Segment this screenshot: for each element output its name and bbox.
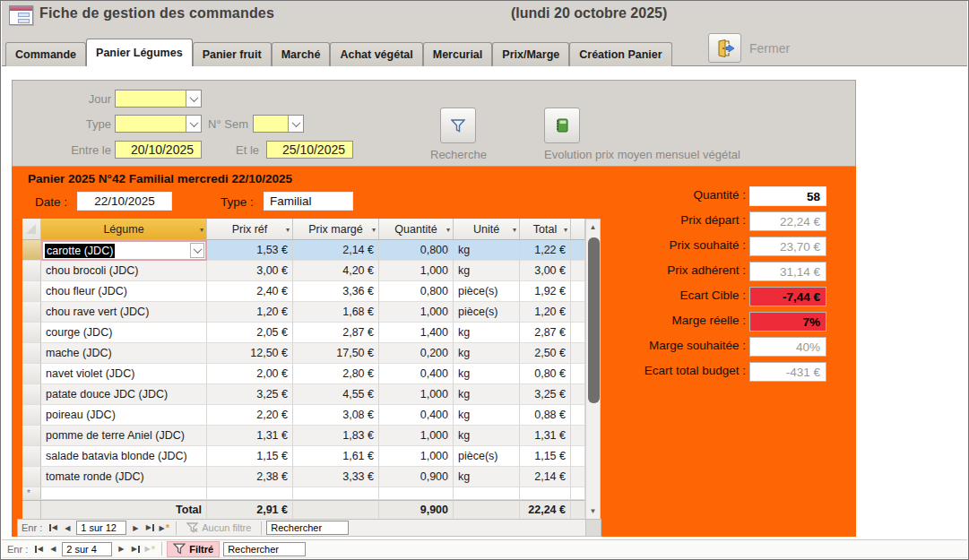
cell-prix-marge[interactable]: 2,87 € <box>293 323 379 343</box>
column-header-legume[interactable]: Légume▾ <box>41 219 207 240</box>
close-form-button[interactable] <box>708 33 741 63</box>
tab-creation-panier[interactable]: Création Panier <box>569 42 671 66</box>
record-selector[interactable] <box>22 302 41 323</box>
tab-panier-legumes[interactable]: Panier Légumes <box>86 39 193 66</box>
record-selector[interactable] <box>22 384 41 405</box>
cell-unite[interactable]: pièce(s) <box>454 446 520 467</box>
cell-legume[interactable]: chou brocoli (JDC) <box>41 261 207 281</box>
stat-value[interactable]: 7% <box>749 312 826 332</box>
cell-total[interactable]: 1,15 € <box>520 446 571 467</box>
cell-quantite[interactable]: 1,000 <box>379 446 454 467</box>
table-row[interactable]: carotte (JDC)1,53 €2,14 €0,800kg1,22 € <box>22 240 585 261</box>
cell-prix-marge[interactable]: 3,36 € <box>293 281 379 302</box>
next-record-icon[interactable]: ▶ <box>114 542 128 556</box>
record-selector[interactable] <box>22 323 41 343</box>
cell-legume[interactable]: pomme de terre Aniel (JDC) <box>41 426 207 446</box>
empty-cell[interactable] <box>41 487 207 500</box>
cell-quantite[interactable]: 1,000 <box>379 426 454 446</box>
tab-commande[interactable]: Commande <box>5 42 86 66</box>
tab-prix-marge[interactable]: Prix/Marge <box>492 42 569 66</box>
table-row[interactable]: chou brocoli (JDC)3,00 €4,20 €1,000kg3,0… <box>22 261 585 281</box>
cell-prix-ref[interactable]: 1,53 € <box>207 240 293 261</box>
column-header-prix-marge[interactable]: Prix margé▾ <box>293 219 379 240</box>
date-input[interactable]: 22/10/2025 <box>77 192 172 211</box>
table-row[interactable]: courge (JDC)2,05 €2,87 €1,400kg2,87 € <box>22 323 585 343</box>
table-row[interactable]: tomate ronde (JDC)2,38 €3,33 €0,900kg2,1… <box>22 467 585 487</box>
evolution-button[interactable] <box>544 108 580 143</box>
cell-unite[interactable]: kg <box>454 323 520 343</box>
empty-cell[interactable] <box>454 487 520 500</box>
cell-total[interactable]: 0,88 € <box>520 405 571 426</box>
stat-value[interactable]: 40% <box>749 337 826 357</box>
cell-prix-marge[interactable]: 3,33 € <box>293 467 379 487</box>
record-selector[interactable] <box>22 467 41 487</box>
empty-cell[interactable] <box>379 487 454 500</box>
cell-prix-marge[interactable]: 4,20 € <box>293 261 379 281</box>
first-record-icon[interactable]: ◀ <box>31 542 46 556</box>
filter-dropdown-icon[interactable]: ▾ <box>286 226 290 234</box>
cell-unite[interactable]: kg <box>454 467 520 487</box>
cell-prix-ref[interactable]: 1,20 € <box>207 302 293 323</box>
cell-prix-ref[interactable]: 3,00 € <box>207 261 293 281</box>
cell-quantite[interactable]: 0,200 <box>379 343 454 364</box>
chevron-down-icon[interactable] <box>186 90 201 107</box>
filter-dropdown-icon[interactable]: ▾ <box>200 226 203 234</box>
cell-prix-ref[interactable]: 3,25 € <box>207 384 293 405</box>
record-selector[interactable] <box>22 343 41 364</box>
prev-record-icon[interactable]: ◀ <box>60 521 74 535</box>
tab-achat-vegetal[interactable]: Achat végétal <box>330 42 422 66</box>
stat-value[interactable]: 31,14 € <box>749 262 826 281</box>
cell-prix-ref[interactable]: 2,05 € <box>207 323 293 343</box>
chevron-down-icon[interactable] <box>288 116 303 132</box>
cell-prix-ref[interactable]: 2,00 € <box>207 364 293 384</box>
column-header-unite[interactable]: Unité▾ <box>454 219 520 240</box>
cell-unite[interactable]: kg <box>454 343 520 364</box>
record-position-box[interactable]: 2 sur 4 <box>62 542 112 556</box>
num-sem-combobox[interactable] <box>253 115 304 133</box>
cell-prix-marge[interactable]: 4,55 € <box>293 384 379 405</box>
empty-cell[interactable] <box>207 487 293 500</box>
table-row[interactable]: patate douce JDC (JDC)3,25 €4,55 €1,000k… <box>22 384 585 405</box>
filter-dropdown-icon[interactable]: ▾ <box>372 226 376 234</box>
chevron-down-icon[interactable] <box>190 243 204 258</box>
stat-value[interactable]: -7,44 € <box>749 287 826 306</box>
cell-unite[interactable]: kg <box>454 384 520 405</box>
cell-prix-marge[interactable]: 17,50 € <box>293 343 379 364</box>
cell-prix-marge[interactable]: 3,08 € <box>293 405 379 426</box>
table-row[interactable]: chou rave vert (JDC)1,20 €1,68 €1,000piè… <box>22 302 585 323</box>
last-record-icon[interactable]: ▶ <box>128 542 143 556</box>
cell-quantite[interactable]: 0,800 <box>379 240 454 261</box>
cell-legume[interactable]: salade batavia blonde (JDC) <box>41 446 207 467</box>
table-row[interactable]: mache (JDC)12,50 €17,50 €0,200kg2,50 € <box>22 343 585 364</box>
table-row[interactable]: poireau (JDC)2,20 €3,08 €0,400kg0,88 € <box>22 405 585 426</box>
select-all-corner[interactable] <box>22 219 41 240</box>
jour-combobox[interactable] <box>115 90 202 108</box>
table-row[interactable]: pomme de terre Aniel (JDC)1,31 €1,83 €1,… <box>22 426 585 446</box>
cell-prix-ref[interactable]: 2,40 € <box>207 281 293 302</box>
cell-quantite[interactable]: 0,400 <box>379 364 454 384</box>
cell-prix-marge[interactable]: 2,80 € <box>293 364 379 384</box>
new-record-icon[interactable]: ▶* <box>143 542 157 556</box>
cell-unite[interactable]: kg <box>454 240 520 261</box>
recherche-button[interactable] <box>440 108 476 143</box>
cell-prix-marge[interactable]: 1,61 € <box>293 446 379 467</box>
cell-prix-marge[interactable]: 2,14 € <box>293 240 379 261</box>
cell-legume[interactable]: patate douce JDC (JDC) <box>41 384 207 405</box>
cell-unite[interactable]: pièce(s) <box>454 302 520 323</box>
cell-legume[interactable]: tomate ronde (JDC) <box>41 467 207 487</box>
table-row[interactable]: salade batavia blonde (JDC)1,15 €1,61 €1… <box>22 446 585 467</box>
cell-legume[interactable]: poireau (JDC) <box>41 405 207 426</box>
record-selector[interactable] <box>22 281 41 302</box>
cell-prix-ref[interactable]: 1,15 € <box>207 446 293 467</box>
cell-prix-marge[interactable]: 1,68 € <box>293 302 379 323</box>
cell-total[interactable]: 3,25 € <box>520 384 571 405</box>
cell-quantite[interactable]: 1,000 <box>379 302 454 323</box>
column-header-prix-ref[interactable]: Prix réf▾ <box>207 219 293 240</box>
record-selector[interactable] <box>22 364 41 384</box>
cell-legume[interactable]: chou rave vert (JDC) <box>41 302 207 323</box>
table-row[interactable]: chou fleur (JDC)2,40 €3,36 €0,800pièce(s… <box>22 281 585 302</box>
subform-search-input[interactable]: Rechercher <box>266 521 349 535</box>
cell-unite[interactable]: kg <box>454 261 520 281</box>
first-record-icon[interactable]: ◀ <box>46 521 60 535</box>
no-filter-button[interactable]: Aucun filtre <box>181 520 256 536</box>
